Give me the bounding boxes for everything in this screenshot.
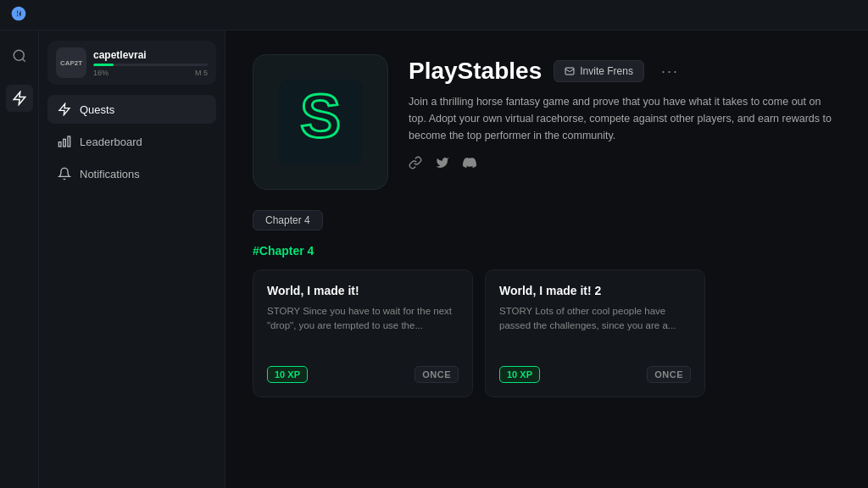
frequency-badge: ONCE [647, 366, 691, 383]
frequency-badge: ONCE [415, 366, 459, 383]
user-stats: 16% M 5 [93, 69, 208, 77]
svg-rect-6 [58, 142, 61, 147]
sidebar: CAP2T capetlevrai 16% M 5 Quests [39, 30, 225, 488]
svg-line-1 [22, 58, 25, 61]
xp-badge: 10 XP [267, 366, 308, 383]
more-options-button[interactable]: ··· [656, 61, 684, 82]
search-icon-rail[interactable] [6, 42, 33, 69]
svg-text:S: S [300, 82, 341, 150]
svg-point-0 [14, 50, 24, 60]
quest-cards: World, I made it! STORY Since you have t… [253, 269, 841, 397]
social-links [409, 156, 841, 169]
quest-title: World, I made it! 2 [499, 284, 691, 297]
twitter-icon[interactable] [436, 156, 449, 169]
user-info: capetlevrai 16% M 5 [93, 49, 208, 77]
app-title: PlayStables [409, 58, 542, 85]
svg-marker-2 [14, 92, 25, 105]
svg-rect-4 [68, 136, 70, 147]
app-info: PlayStables Invite Frens ··· Join a thri… [409, 54, 841, 169]
icon-rail [0, 30, 39, 488]
svg-marker-3 [59, 103, 70, 114]
app-description: Join a thrilling horse fantasy game and … [409, 93, 832, 144]
progress-fill [93, 64, 114, 66]
invite-frens-button[interactable]: Invite Frens [554, 60, 644, 82]
svg-rect-10 [565, 68, 574, 75]
quest-card[interactable]: World, I made it! STORY Since you have t… [253, 269, 473, 397]
quest-title: World, I made it! [267, 284, 459, 297]
app-logo: S S [253, 54, 388, 190]
sidebar-item-leaderboard[interactable]: Leaderboard [47, 127, 216, 156]
app-header: S S PlayStables Invite Frens [253, 54, 841, 190]
sidebar-item-notifications[interactable]: Notifications [47, 159, 216, 188]
user-card[interactable]: CAP2T capetlevrai 16% M 5 [47, 41, 216, 85]
discord-icon[interactable] [463, 156, 476, 169]
app-title-row: PlayStables Invite Frens ··· [409, 58, 841, 85]
quest-footer: 10 XP ONCE [499, 366, 691, 383]
svg-rect-5 [64, 139, 66, 147]
app-logo-icon [10, 5, 27, 25]
username: capetlevrai [93, 49, 208, 61]
top-bar [0, 0, 868, 30]
quest-footer: 10 XP ONCE [267, 366, 459, 383]
xp-badge: 10 XP [499, 366, 540, 383]
quest-story: STORY Since you have to wait for the nex… [267, 304, 459, 334]
avatar: CAP2T [56, 47, 86, 78]
chapter-label: #Chapter 4 [253, 244, 841, 258]
sidebar-item-quests[interactable]: Quests [47, 95, 216, 124]
quest-card[interactable]: World, I made it! 2 STORY Lots of other … [485, 269, 705, 397]
chapter-tag[interactable]: Chapter 4 [253, 210, 323, 230]
link-icon[interactable] [409, 156, 422, 169]
main-content: S S PlayStables Invite Frens [225, 30, 868, 488]
quests-icon-rail[interactable] [6, 85, 33, 112]
quest-story: STORY Lots of other cool people have pas… [499, 304, 691, 334]
progress-bar [93, 64, 208, 66]
